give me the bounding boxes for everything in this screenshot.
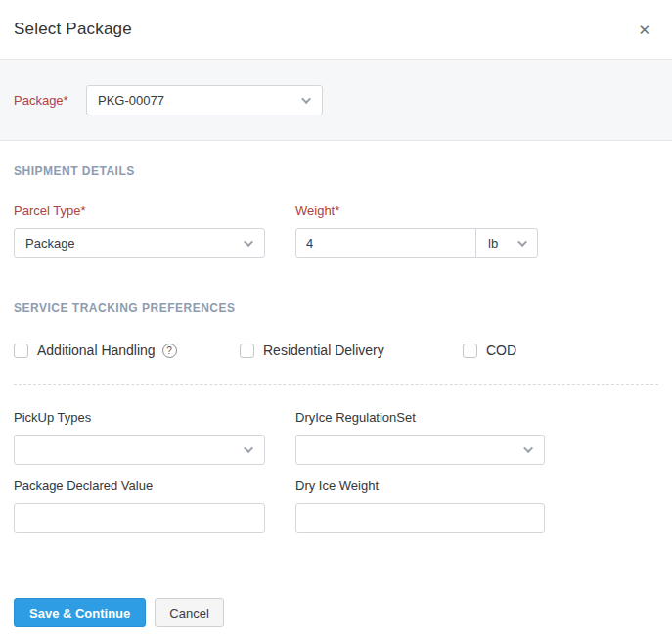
package-label: Package* <box>14 93 86 108</box>
shipment-details-heading: SHIPMENT DETAILS <box>14 164 658 178</box>
residential-delivery-option[interactable]: Residential Delivery <box>240 343 463 358</box>
page-title: Select Package <box>14 20 132 39</box>
chevron-down-icon <box>244 237 253 247</box>
service-tracking-heading: SERVICE TRACKING PREFERENCES <box>14 301 658 315</box>
cod-option[interactable]: COD <box>463 343 516 358</box>
parcel-type-select[interactable]: Package <box>14 228 265 258</box>
save-continue-button[interactable]: Save & Continue <box>14 598 146 627</box>
chevron-down-icon <box>523 443 533 453</box>
chevron-down-icon <box>517 237 527 247</box>
dry-ice-weight-label: Dry Ice Weight <box>295 479 545 493</box>
dry-ice-weight-input[interactable] <box>295 503 545 533</box>
package-select-value: PKG-00077 <box>98 93 164 108</box>
dryice-regulation-label: DryIce RegulationSet <box>295 410 545 425</box>
service-tracking-checkbox-row: Additional Handling ? Residential Delive… <box>14 343 658 358</box>
cod-checkbox[interactable] <box>463 344 477 358</box>
modal-header: Select Package ✕ <box>0 0 672 60</box>
package-select[interactable]: PKG-00077 <box>86 85 323 115</box>
weight-unit-select[interactable]: lb <box>475 228 538 258</box>
chevron-down-icon <box>244 443 253 453</box>
pickup-types-label: PickUp Types <box>14 410 265 425</box>
cod-label: COD <box>486 343 516 358</box>
declared-value-label: Package Declared Value <box>14 479 265 493</box>
package-label-text: Package <box>14 93 64 108</box>
parcel-type-label: Parcel Type* <box>14 204 265 218</box>
help-icon[interactable]: ? <box>162 344 177 358</box>
residential-delivery-label: Residential Delivery <box>263 343 384 358</box>
modal-footer: Save & Continue Cancel <box>0 598 672 627</box>
chevron-down-icon <box>301 94 311 104</box>
additional-handling-checkbox[interactable] <box>14 344 28 358</box>
divider <box>14 384 658 385</box>
additional-handling-label: Additional Handling <box>37 343 156 358</box>
cancel-button[interactable]: Cancel <box>155 598 223 627</box>
pickup-types-select[interactable] <box>14 435 265 465</box>
package-select-section: Package* PKG-00077 <box>0 60 672 141</box>
required-asterisk: * <box>335 204 339 218</box>
required-asterisk: * <box>80 204 85 218</box>
additional-handling-option[interactable]: Additional Handling ? <box>14 343 240 358</box>
close-icon[interactable]: ✕ <box>632 19 656 41</box>
weight-input-group: lb <box>295 228 539 258</box>
weight-unit-value: lb <box>488 236 498 251</box>
declared-value-input[interactable] <box>14 503 265 533</box>
residential-delivery-checkbox[interactable] <box>240 344 254 358</box>
dryice-regulation-select[interactable] <box>295 435 545 465</box>
weight-label-text: Weight <box>295 204 335 218</box>
weight-label: Weight* <box>295 204 545 218</box>
parcel-type-select-value: Package <box>25 236 75 251</box>
required-asterisk: * <box>64 93 68 108</box>
weight-input[interactable] <box>295 228 476 258</box>
parcel-type-label-text: Parcel Type <box>14 204 80 218</box>
